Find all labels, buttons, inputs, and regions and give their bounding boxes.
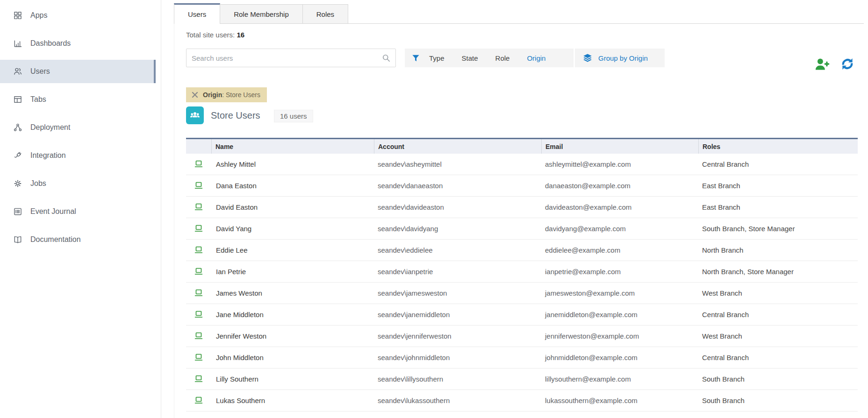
cell-email: ianpetrie@example.com bbox=[541, 268, 698, 276]
deployment-icon bbox=[13, 123, 22, 132]
chip-field: Origin bbox=[203, 91, 222, 99]
user-type-icon bbox=[186, 331, 211, 341]
table-row[interactable]: Lilly Southernseandev\lillysouthernlilly… bbox=[186, 368, 858, 390]
tabs-icon bbox=[13, 95, 22, 104]
cell-account: seandev\jenniferweston bbox=[374, 332, 541, 340]
laptop-icon bbox=[194, 353, 204, 363]
tab-users[interactable]: Users bbox=[174, 3, 220, 24]
laptop-icon bbox=[194, 181, 204, 191]
cell-email: davideaston@example.com bbox=[541, 203, 698, 211]
store-users-group-icon bbox=[186, 106, 204, 124]
cell-name: Jane Middleton bbox=[211, 311, 374, 319]
sidebar-item-label: Tabs bbox=[30, 95, 46, 104]
sidebar-item-label: Dashboards bbox=[30, 39, 71, 48]
tab-label: Role Membership bbox=[234, 10, 289, 18]
cell-name: Lilly Southern bbox=[211, 375, 374, 383]
origin-filter-chip: Origin: Store Users bbox=[186, 87, 267, 102]
table-row[interactable]: David Yangseandev\davidyangdavidyang@exa… bbox=[186, 218, 858, 240]
filter-funnel-icon bbox=[411, 54, 420, 63]
filter-role[interactable]: Role bbox=[495, 54, 510, 62]
table-header: Name Account Email Roles bbox=[186, 138, 858, 154]
sidebar-item-dashboards[interactable]: Dashboards bbox=[0, 32, 156, 55]
column-header-roles[interactable]: Roles bbox=[698, 139, 858, 154]
cell-email: johnmiddleton@example.com bbox=[541, 354, 698, 361]
cell-roles: Central Branch bbox=[698, 311, 858, 319]
filter-origin[interactable]: Origin bbox=[527, 54, 545, 62]
cell-email: ashleymittel@example.com bbox=[541, 160, 698, 168]
cell-account: seandev\davidyang bbox=[374, 225, 541, 233]
column-header-name[interactable]: Name bbox=[211, 139, 374, 154]
sidebar-item-jobs[interactable]: Jobs bbox=[0, 172, 156, 195]
cell-name: David Yang bbox=[211, 225, 374, 233]
cell-email: janemiddleton@example.com bbox=[541, 311, 698, 319]
table-row[interactable]: Ian Petrieseandev\ianpetrieianpetrie@exa… bbox=[186, 261, 858, 283]
tab-label: Roles bbox=[316, 10, 334, 18]
cell-roles: South Branch, Store Manager bbox=[698, 225, 858, 233]
cell-account: seandev\asheymittel bbox=[374, 160, 541, 168]
search-icon bbox=[381, 53, 391, 63]
cell-account: seandev\davideaston bbox=[374, 203, 541, 211]
table-row[interactable]: Jane Middletonseandev\janemiddletonjanem… bbox=[186, 304, 858, 326]
user-type-icon bbox=[186, 202, 211, 213]
search-input[interactable] bbox=[187, 54, 381, 62]
sidebar-item-integration[interactable]: Integration bbox=[0, 144, 156, 167]
laptop-icon bbox=[194, 245, 204, 255]
cell-name: Dana Easton bbox=[211, 182, 374, 190]
people-group-icon bbox=[189, 109, 201, 121]
sidebar-item-tabs[interactable]: Tabs bbox=[0, 88, 156, 111]
cell-email: eddielee@example.com bbox=[541, 246, 698, 254]
filter-type[interactable]: Type bbox=[429, 54, 445, 62]
documentation-icon bbox=[13, 235, 22, 244]
table-row[interactable]: David Eastonseandev\davideastondavideast… bbox=[186, 197, 858, 218]
search-box bbox=[186, 49, 396, 67]
cell-account: seandev\danaeaston bbox=[374, 182, 541, 190]
cell-name: Ashley Mittel bbox=[211, 160, 374, 168]
sidebar-item-users[interactable]: Users bbox=[0, 60, 156, 83]
filter-state[interactable]: State bbox=[462, 54, 478, 62]
add-user-button[interactable] bbox=[814, 56, 831, 72]
table-row[interactable]: Jennifer Westonseandev\jenniferwestonjen… bbox=[186, 326, 858, 347]
table-row[interactable]: Dana Eastonseandev\danaeastondanaeaston@… bbox=[186, 175, 858, 197]
sidebar-item-label: Jobs bbox=[30, 179, 46, 188]
sidebar-item-event-journal[interactable]: Event Journal bbox=[0, 200, 156, 223]
header-icon-spacer bbox=[186, 139, 211, 154]
remove-filter-icon[interactable] bbox=[192, 92, 198, 98]
cell-roles: East Branch bbox=[698, 203, 858, 211]
laptop-icon bbox=[194, 331, 204, 341]
cell-roles: Central Branch bbox=[698, 160, 858, 168]
table-row[interactable]: John Middletonseandev\johnmiddletonjohnm… bbox=[186, 347, 858, 368]
filter-bar: TypeStateRoleOrigin bbox=[405, 49, 574, 67]
sidebar-item-documentation[interactable]: Documentation bbox=[0, 228, 156, 251]
sidebar-item-apps[interactable]: Apps bbox=[0, 4, 156, 27]
table-row[interactable]: Ashley Mittelseandev\asheymittelashleymi… bbox=[186, 154, 858, 175]
refresh-button[interactable] bbox=[839, 56, 855, 72]
column-header-email[interactable]: Email bbox=[541, 139, 698, 154]
sidebar-item-label: Apps bbox=[30, 11, 47, 20]
cell-account: seandev\lillysouthern bbox=[374, 375, 541, 383]
cell-account: seandev\jamesweston bbox=[374, 289, 541, 297]
cell-name: Eddie Lee bbox=[211, 246, 374, 254]
cell-roles: South Branch bbox=[698, 397, 858, 404]
event-journal-icon bbox=[13, 207, 22, 216]
laptop-icon bbox=[194, 159, 204, 170]
tab-role-membership[interactable]: Role Membership bbox=[220, 4, 303, 23]
sidebar-item-label: Documentation bbox=[30, 235, 81, 244]
filter-labels: TypeStateRoleOrigin bbox=[429, 54, 563, 62]
cell-name: Jennifer Weston bbox=[211, 332, 374, 340]
cell-email: jamesweston@example.com bbox=[541, 289, 698, 297]
cell-name: Lukas Southern bbox=[211, 397, 374, 404]
laptop-icon bbox=[194, 202, 204, 213]
cell-email: jenniferweston@example.com bbox=[541, 332, 698, 340]
table-row[interactable]: James Westonseandev\jameswestonjameswest… bbox=[186, 283, 858, 304]
cell-roles: South Branch bbox=[698, 375, 858, 383]
user-type-icon bbox=[186, 310, 211, 320]
column-header-account[interactable]: Account bbox=[374, 139, 541, 154]
group-by-button[interactable]: Group by Origin bbox=[575, 49, 665, 67]
chip-value: : Store Users bbox=[222, 91, 260, 99]
tab-roles[interactable]: Roles bbox=[303, 4, 348, 23]
sidebar-item-deployment[interactable]: Deployment bbox=[0, 116, 156, 139]
tab-label: Users bbox=[188, 10, 206, 18]
table-row[interactable]: Lukas Southernseandev\lukassouthernlukas… bbox=[186, 390, 858, 411]
table-row[interactable]: Eddie Leeseandev\eddieleeeddielee@exampl… bbox=[186, 240, 858, 261]
user-type-icon bbox=[186, 288, 211, 298]
